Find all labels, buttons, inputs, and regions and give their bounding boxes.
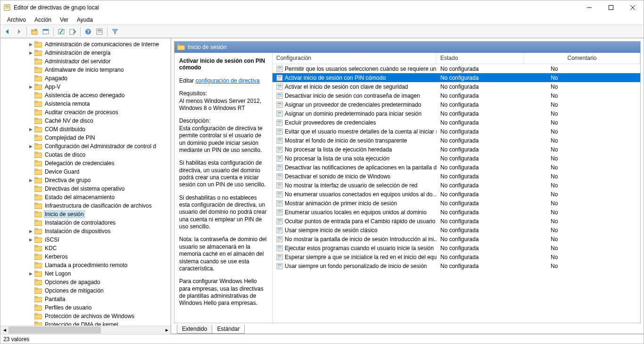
setting-icon <box>276 182 283 189</box>
list-row[interactable]: No procesar la lista de ejecución hereda… <box>272 145 640 154</box>
close-button[interactable] <box>622 0 644 15</box>
scroll-left-icon[interactable]: ◂ <box>0 326 8 334</box>
chevron-right-icon[interactable]: ▶ <box>28 237 33 243</box>
col-state-header[interactable]: Estado <box>437 53 524 64</box>
tree-item[interactable]: Delegación de credenciales <box>0 159 171 168</box>
list-row[interactable]: Evitar que el usuario muestre detalles d… <box>272 127 640 136</box>
svg-rect-3 <box>5 8 9 8</box>
tab-extendido[interactable]: Extendido <box>177 325 212 334</box>
tree-item[interactable]: ▶Configuración del Administrador de cont… <box>0 142 171 151</box>
properties-button[interactable] <box>94 26 105 37</box>
tree-item[interactable]: KDC <box>0 244 171 252</box>
tree-item[interactable]: Kerberos <box>0 252 171 261</box>
up-button[interactable] <box>29 26 40 37</box>
list-row[interactable]: No mostrar la interfaz de usuario de sel… <box>272 181 640 190</box>
tree-item[interactable]: Antimalware de inicio temprano <box>0 66 171 74</box>
list-row[interactable]: Usar siempre un fondo personalizado de i… <box>272 261 640 270</box>
filter-button[interactable] <box>110 26 120 37</box>
folder-icon <box>34 236 42 243</box>
tree-item[interactable]: ▶Administración de comunicaciones de Int… <box>0 40 171 49</box>
chevron-right-icon[interactable]: ▶ <box>28 143 33 149</box>
scroll-track[interactable] <box>8 326 163 334</box>
list-row[interactable]: No procesar la lista de una sola ejecuci… <box>272 154 640 163</box>
scroll-right-icon[interactable]: ▸ <box>163 326 171 334</box>
minimize-button[interactable] <box>578 0 600 15</box>
chevron-right-icon[interactable]: ▶ <box>28 50 33 56</box>
list-row[interactable]: Mostrar el fondo de inicio de sesión tra… <box>272 136 640 145</box>
menu-ver[interactable]: Ver <box>56 16 72 24</box>
tree-item[interactable]: Directivas del sistema operativo <box>0 185 171 193</box>
tree-item[interactable]: ▶COM distribuido <box>0 125 171 134</box>
tree-item[interactable]: Protección de archivos de Windows <box>0 312 171 320</box>
tree-item[interactable]: Opciones de mitigación <box>0 286 171 295</box>
tree-item[interactable]: Llamada a procedimiento remoto <box>0 261 171 269</box>
tree-item[interactable]: ▶Directiva de grupo <box>0 176 171 185</box>
maximize-button[interactable] <box>600 0 622 15</box>
tree-item[interactable]: Apagado <box>0 74 171 83</box>
list-row[interactable]: Usar siempre inicio de sesión clásicoNo … <box>272 226 640 235</box>
tab-estandar[interactable]: Estándar <box>212 325 245 334</box>
list-row[interactable]: Desactivar inicio de sesión con contrase… <box>272 91 640 100</box>
tree-item[interactable]: Complejidad de PIN <box>0 134 171 142</box>
list-row[interactable]: No mostrar la pantalla de inicio de sesi… <box>272 235 640 243</box>
list-row[interactable]: Ocultar puntos de entrada para el Cambio… <box>272 217 640 226</box>
tree-item[interactable]: Inicio de sesión <box>0 210 171 218</box>
chevron-right-icon[interactable]: ▶ <box>28 84 33 90</box>
tree-item[interactable]: Infraestructura de clasificación de arch… <box>0 201 171 210</box>
chevron-right-icon[interactable]: ▶ <box>28 177 33 183</box>
tree-item[interactable]: ▶iSCSI <box>0 235 171 244</box>
edit-link[interactable]: configuración de directiva <box>196 77 260 84</box>
chevron-right-icon[interactable]: ▶ <box>28 228 33 234</box>
show-hide-console-button[interactable] <box>41 26 51 37</box>
tree-item[interactable]: Perfiles de usuario <box>0 303 171 312</box>
scroll-thumb[interactable] <box>8 327 101 334</box>
list-row[interactable]: Mostrar animación de primer inicio de se… <box>272 199 640 208</box>
tree-item[interactable]: Cuotas de disco <box>0 151 171 159</box>
list-row[interactable]: Permitir que los usuarios seleccionen cu… <box>272 64 640 73</box>
refresh-button[interactable] <box>56 26 66 37</box>
list-row[interactable]: Desactivar el sonido de inicio de Window… <box>272 172 640 181</box>
back-button[interactable] <box>2 26 13 37</box>
tree-item[interactable]: Asistencia de acceso denegado <box>0 91 171 100</box>
list-row[interactable]: Activar el inicio de sesión con clave de… <box>272 82 640 91</box>
tree-item[interactable]: Estado del almacenamiento <box>0 193 171 201</box>
list-row[interactable]: Esperar siempre a que se inicialice la r… <box>272 252 640 261</box>
tree-item[interactable]: Protección de DMA de kernel <box>0 320 171 326</box>
tree-item[interactable]: Opciones de apagado <box>0 278 171 286</box>
chevron-right-icon[interactable]: ▶ <box>28 42 33 47</box>
list-row[interactable]: Asignar un proveedor de credenciales pre… <box>272 100 640 109</box>
chevron-right-icon[interactable]: ▶ <box>28 126 33 132</box>
tree-item[interactable]: Device Guard <box>0 168 171 176</box>
list-row[interactable]: Asignar un dominio predeterminado para i… <box>272 109 640 118</box>
menu-ayuda[interactable]: Ayuda <box>73 16 97 24</box>
tree[interactable]: ▶Administración de comunicaciones de Int… <box>0 38 171 326</box>
tree-hscrollbar[interactable]: ◂ ▸ <box>0 326 171 334</box>
menu-accion[interactable]: Acción <box>31 16 55 24</box>
list-row[interactable]: Activar inicio de sesión con PIN cómodoN… <box>272 73 640 82</box>
list-body[interactable]: Permitir que los usuarios seleccionen cu… <box>272 64 640 323</box>
tree-item[interactable]: ▶Administración de energía <box>0 49 171 57</box>
tree-item[interactable]: Pantalla <box>0 295 171 303</box>
tree-item[interactable]: ▶Instalación de dispositivos <box>0 227 171 235</box>
window-title: Editor de directivas de grupo local <box>14 4 578 11</box>
list-row[interactable]: Excluir proveedores de credencialesNo co… <box>272 118 640 127</box>
help-button[interactable]: ? <box>83 26 93 37</box>
tree-item[interactable]: ▶App-V <box>0 83 171 91</box>
forward-button[interactable] <box>14 26 24 37</box>
tree-item[interactable]: ▶Net Logon <box>0 269 171 278</box>
list-row[interactable]: Desactivar las notificaciones de aplicac… <box>272 163 640 172</box>
list-row[interactable]: No enumerar usuarios conectados en equip… <box>272 190 640 199</box>
tree-item[interactable]: Administrador del servidor <box>0 57 171 66</box>
tree-item[interactable]: Caché NV de disco <box>0 117 171 125</box>
edit-prefix: Editar <box>179 77 194 84</box>
menu-archivo[interactable]: Archivo <box>3 16 30 24</box>
col-comment-header[interactable]: Comentario <box>524 53 640 64</box>
tree-item[interactable]: Asistencia remota <box>0 100 171 108</box>
col-config-header[interactable]: Configuración <box>272 53 437 64</box>
list-row[interactable]: Ejecutar estos programas cuando el usuar… <box>272 243 640 252</box>
tree-item[interactable]: Instalación de controladores <box>0 218 171 227</box>
chevron-right-icon[interactable]: ▶ <box>28 271 33 277</box>
list-row[interactable]: Enumerar usuarios locales en equipos uni… <box>272 208 640 217</box>
export-button[interactable] <box>67 26 78 37</box>
tree-item[interactable]: Auditar creación de procesos <box>0 108 171 117</box>
